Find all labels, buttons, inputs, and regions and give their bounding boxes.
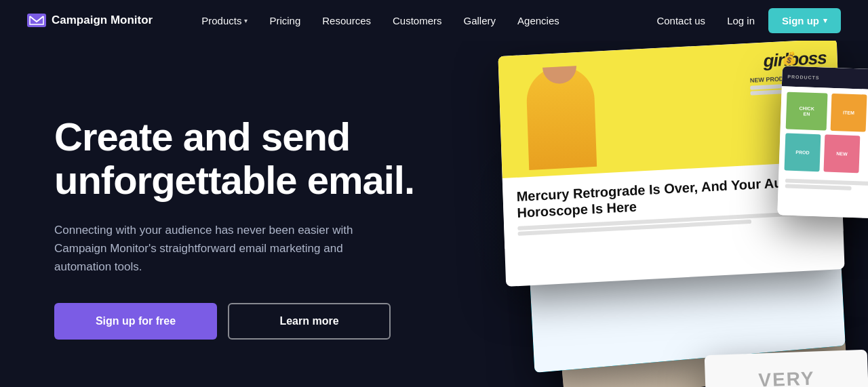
logo-icon [27, 14, 46, 27]
nav-resources[interactable]: Resources [314, 9, 379, 32]
products-chevron-icon: ▾ [244, 17, 248, 24]
brand-name: Campaign Monitor [52, 14, 153, 27]
hero-subtitle: Connecting with your audience has never … [54, 221, 393, 277]
hero-content: Create and send unforgettable email. Con… [54, 115, 448, 340]
discovery-label: VERY [758, 368, 815, 387]
login-link[interactable]: Log in [719, 9, 763, 32]
email-stack: LIVERY CHICKRANGE [502, 41, 868, 387]
nav-pricing[interactable]: Pricing [261, 9, 309, 32]
email-card-discovery: VERY [705, 350, 868, 387]
hero-buttons: Sign up for free Learn more [54, 303, 448, 340]
hero-visual: LIVERY CHICKRANGE [502, 41, 868, 387]
nav-right: Contact us Log in Sign up ▾ [648, 8, 841, 33]
email-card-products: PRODUCTS CHICKEN ITEM PROD [777, 66, 868, 218]
logo[interactable]: Campaign Monitor [27, 14, 153, 27]
nav-products[interactable]: Products ▾ [193, 9, 256, 32]
navbar: Campaign Monitor Products ▾ Pricing Reso… [0, 0, 868, 41]
hero-section: Create and send unforgettable email. Con… [0, 41, 868, 387]
nav-customers[interactable]: Customers [384, 9, 450, 32]
nav-agencies[interactable]: Agencies [509, 9, 568, 32]
nav-links: Products ▾ Pricing Resources Customers G… [193, 9, 648, 32]
signup-chevron-icon: ▾ [823, 16, 827, 25]
learn-more-button[interactable]: Learn more [228, 303, 391, 340]
contact-link[interactable]: Contact us [648, 9, 713, 32]
nav-gallery[interactable]: Gallery [456, 9, 505, 32]
hero-title: Create and send unforgettable email. [54, 115, 448, 202]
signup-free-button[interactable]: Sign up for free [54, 303, 217, 340]
signup-button[interactable]: Sign up ▾ [768, 8, 841, 33]
